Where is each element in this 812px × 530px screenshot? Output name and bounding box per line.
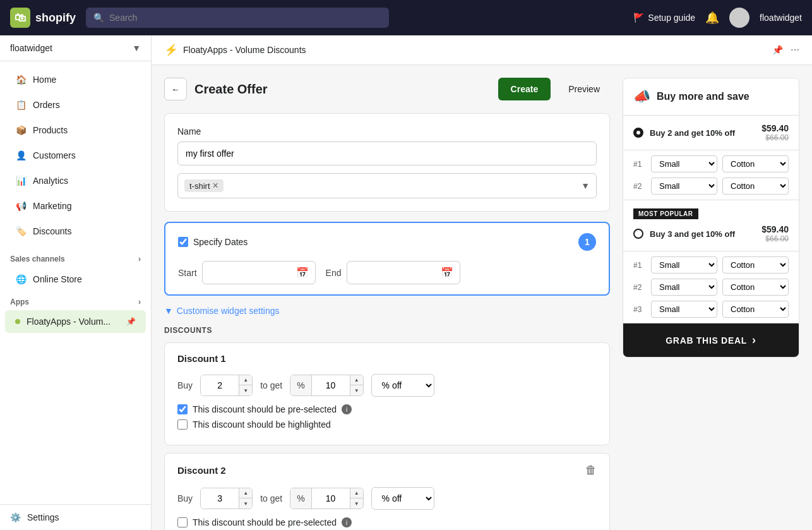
pct-1-decrement[interactable]: ▼ [350,385,363,395]
sidebar-item-home[interactable]: 🏠 Home [5,68,146,92]
notifications-icon[interactable]: 🔔 [705,11,719,25]
start-date-input[interactable]: 📅 [202,261,316,284]
search-bar[interactable]: 🔍 [86,8,389,28]
grab-deal-button[interactable]: GRAB THIS DEAL › [623,323,799,357]
variant-2-2-size-select[interactable]: Small [651,279,717,296]
buy-1-value[interactable] [201,375,239,395]
main-content: ⚡ FloatyApps - Volume Discounts 📌 ⋯ ← Cr… [152,35,812,530]
start-label: Start [178,268,197,278]
variant-2-3-size-select[interactable]: Small [651,301,717,318]
buy-2-increment[interactable]: ▲ [239,488,252,498]
offer-1-variants: #1 Small Cotton #2 Small Cotton [623,150,799,200]
search-input[interactable] [109,13,381,23]
avatar[interactable] [729,8,749,28]
sidebar-item-floatyapps[interactable]: FloatyApps - Volum... 📌 [5,310,146,333]
products-icon: 📦 [15,124,27,136]
sales-channels-expand-icon[interactable]: › [138,255,141,263]
variant-1-2-size-select[interactable]: Small [651,178,717,195]
pct-2-decrement[interactable]: ▼ [350,498,363,509]
store-name-topbar: floatwidget [760,13,802,23]
discount-2-card: Discount 2 🗑 Buy ▲ ▼ to get [164,453,610,530]
offer-1-item[interactable]: Buy 2 and get 10% off $59.40 $66.00 [623,116,799,150]
discounts-icon: 🏷️ [15,226,27,237]
customise-settings-row[interactable]: ▼ Customise widget settings [164,306,610,316]
variant-1-1-material-select[interactable]: Cotton [722,155,789,172]
topbar-right: 🚩 Setup guide 🔔 floatwidget [633,8,802,28]
off-type-2-select[interactable]: % off $ off Fixed [371,487,434,510]
back-button[interactable]: ← [164,78,187,100]
name-input[interactable] [177,142,597,166]
store-selector-name: floatwidget [10,43,52,53]
pin-header-icon[interactable]: 📌 [772,45,783,55]
setup-guide-button[interactable]: 🚩 Setup guide [633,13,695,23]
marketing-icon: 📢 [15,200,27,212]
apps-expand-icon[interactable]: › [138,298,141,306]
sidebar-item-orders[interactable]: 📋 Orders [5,93,146,117]
delete-discount-2-icon[interactable]: 🗑 [585,464,597,477]
variant-1-2-material-select[interactable]: Cotton [722,178,789,195]
pct-2-spinners: ▲ ▼ [350,488,363,509]
offer-1-price: $59.40 $66.00 [761,123,789,142]
sidebar-item-marketing[interactable]: 📢 Marketing [5,194,146,218]
name-label: Name [177,126,597,136]
tags-dropdown-icon[interactable]: ▼ [581,181,590,191]
pre-selected-1-checkbox[interactable] [177,404,188,414]
sidebar-item-label: Home [33,75,56,85]
variant-1-1-size-select[interactable]: Small [651,155,717,172]
sidebar-item-products[interactable]: 📦 Products [5,118,146,142]
sidebar-item-analytics[interactable]: 📊 Analytics [5,169,146,193]
buy-2-label: Buy [177,493,193,503]
buy-2-decrement[interactable]: ▼ [239,498,252,509]
offer-2-variant-2: #2 Small Cotton [633,279,789,296]
buy-1-decrement[interactable]: ▼ [239,385,252,395]
variant-2-3-material-select[interactable]: Cotton [722,301,789,318]
variant-2-1-num: #1 [633,261,646,270]
more-header-icon[interactable]: ⋯ [791,45,799,55]
pre-selected-2-checkbox[interactable] [177,517,188,527]
buy-1-increment[interactable]: ▲ [239,375,252,385]
calendar-end-icon: 📅 [441,267,453,279]
specify-dates-checkbox[interactable] [178,237,188,247]
pct-2-increment[interactable]: ▲ [350,488,363,498]
app-header: ⚡ FloatyApps - Volume Discounts 📌 ⋯ [152,35,812,65]
buy-2-spinners: ▲ ▼ [239,488,252,509]
tag-remove-button[interactable]: × [213,181,218,191]
sidebar-item-label: Customers [33,150,76,160]
end-date-input[interactable]: 📅 [347,261,460,284]
end-label: End [326,268,342,278]
form-header: ← Create Offer Create Preview [164,78,610,100]
app-dot-icon [15,319,20,324]
sidebar-item-label: Marketing [33,201,71,211]
sidebar-item-customers[interactable]: 👤 Customers [5,143,146,167]
off-type-1-select[interactable]: % off $ off Fixed [371,374,434,397]
discount-1-buy-row: Buy ▲ ▼ to get % [177,374,597,397]
sidebar-item-label: Online Store [33,274,82,284]
offer-2-item[interactable]: MOST POPULAR Buy 3 and get 10% off $59.4… [623,200,799,251]
discounts-section-label: DISCOUNTS [164,326,610,335]
sidebar-item-settings[interactable]: ⚙️ Settings [0,504,151,530]
buy-2-value[interactable] [201,488,239,509]
pre-selected-1-info-icon[interactable]: i [342,404,352,414]
preview-button[interactable]: Preview [558,78,610,100]
content-area: ← Create Offer Create Preview Name t-shi… [152,65,812,530]
offer-1-variant-1: #1 Small Cotton [633,155,789,172]
pct-1-value[interactable] [312,375,350,395]
variant-2-1-material-select[interactable]: Cotton [722,256,789,274]
highlighted-1-checkbox[interactable] [177,419,188,430]
sidebar-item-discounts[interactable]: 🏷️ Discounts [5,219,146,243]
pct-1-increment[interactable]: ▲ [350,375,363,385]
pct-2-value[interactable] [312,488,350,509]
buy-2-input[interactable]: ▲ ▼ [200,488,253,509]
variant-2-1-size-select[interactable]: Small [651,256,717,274]
tags-input[interactable]: t-shirt × ▼ [177,173,597,198]
create-button[interactable]: Create [498,78,551,100]
variant-2-2-material-select[interactable]: Cotton [722,279,789,296]
tag-label: t-shirt [189,181,210,191]
tags-section: t-shirt × ▼ [177,173,597,198]
pre-selected-2-info-icon[interactable]: i [342,517,352,527]
offer-1-row: Buy 2 and get 10% off $59.40 $66.00 [633,123,789,142]
highlighted-1-label: This discount should be highlighted [193,419,331,430]
buy-1-input[interactable]: ▲ ▼ [200,375,253,396]
store-selector[interactable]: floatwidget ▼ [0,35,151,61]
sidebar-item-online-store[interactable]: 🌐 Online Store [5,267,146,291]
